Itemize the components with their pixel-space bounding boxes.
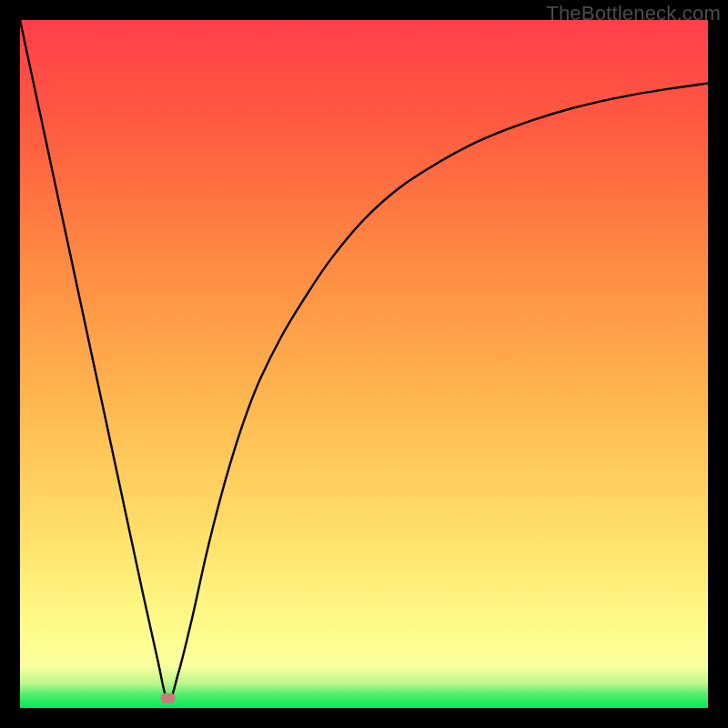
watermark-text: TheBottleneck.com [546,2,721,25]
minimum-marker [161,693,176,703]
curve-layer [20,20,708,708]
plot-area [20,20,708,708]
chart-frame: TheBottleneck.com [0,0,728,728]
bottleneck-curve [20,20,708,702]
